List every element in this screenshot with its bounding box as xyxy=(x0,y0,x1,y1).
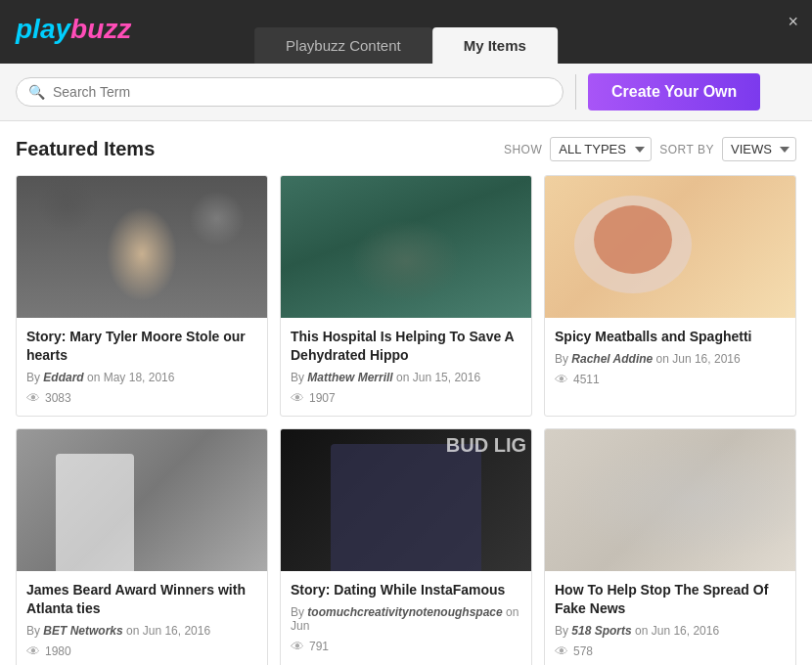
card-meta: By BET Networks on Jun 16, 2016 xyxy=(26,624,257,638)
card-stats: 👁 1907 xyxy=(291,390,521,406)
section-title: Featured Items xyxy=(16,138,504,160)
card-item[interactable]: BUD LIG Story: Dating While InstaFamous … xyxy=(280,428,532,665)
header: playbuzz Playbuzz Content My Items × xyxy=(0,0,812,64)
card-image xyxy=(545,176,795,318)
tab-my-items[interactable]: My Items xyxy=(432,27,558,64)
card-image: BUD LIG xyxy=(281,429,531,571)
cards-grid: Story: Mary Tyler Moore Stole our hearts… xyxy=(16,175,796,665)
card-item[interactable]: Story: Mary Tyler Moore Stole our hearts… xyxy=(16,175,268,417)
card-meta: By Rachel Addine on Jun 16, 2016 xyxy=(555,352,786,366)
sort-select[interactable]: VIEWS DATE TITLE xyxy=(722,137,796,161)
view-count: 1980 xyxy=(45,644,71,658)
card-body: Story: Mary Tyler Moore Stole our hearts… xyxy=(17,318,267,416)
views-icon: 👁 xyxy=(555,372,568,387)
view-count: 3083 xyxy=(45,391,71,405)
card-title: How To Help Stop The Spread Of Fake News xyxy=(555,581,786,618)
card-title: Story: Dating While InstaFamous xyxy=(291,581,521,599)
view-count: 578 xyxy=(573,644,593,658)
card-meta: By toomuchcreativitynotenoughspace on Ju… xyxy=(291,605,521,633)
card-meta: By Eddard on May 18, 2016 xyxy=(26,371,257,384)
create-your-own-button[interactable]: Create Your Own xyxy=(588,73,760,111)
logo-play: play xyxy=(16,13,70,43)
card-author: BET Networks xyxy=(43,624,122,638)
card-author: 518 Sports xyxy=(571,624,631,638)
views-icon: 👁 xyxy=(291,390,304,406)
card-image xyxy=(17,429,267,571)
view-count: 4511 xyxy=(573,373,600,386)
toolbar-divider xyxy=(575,74,576,110)
sort-label: SORT BY xyxy=(659,143,714,156)
card-body: This Hospital Is Helping To Save A Dehyd… xyxy=(281,318,531,416)
card-stats: 👁 791 xyxy=(291,639,521,654)
search-box[interactable]: 🔍 xyxy=(16,77,564,107)
card-stats: 👁 3083 xyxy=(26,390,257,406)
card-body: Story: Dating While InstaFamous By toomu… xyxy=(281,571,531,664)
view-count: 791 xyxy=(309,640,329,653)
logo: playbuzz xyxy=(16,13,131,44)
card-meta: By Matthew Merrill on Jun 15, 2016 xyxy=(291,371,521,384)
card-meta: By 518 Sports on Jun 16, 2016 xyxy=(555,624,786,638)
card-title: Story: Mary Tyler Moore Stole our hearts xyxy=(26,328,257,365)
views-icon: 👁 xyxy=(26,643,40,659)
card-stats: 👁 1980 xyxy=(26,643,257,659)
tab-playbuzz-content[interactable]: Playbuzz Content xyxy=(254,27,432,64)
filter-group: SHOW ALL TYPES Stories Quizzes Polls SOR… xyxy=(504,137,796,161)
show-select[interactable]: ALL TYPES Stories Quizzes Polls xyxy=(550,137,652,161)
card-author: Rachel Addine xyxy=(571,352,653,366)
card-stats: 👁 578 xyxy=(555,643,786,659)
card-body: How To Help Stop The Spread Of Fake News… xyxy=(545,571,795,665)
card-item[interactable]: How To Help Stop The Spread Of Fake News… xyxy=(544,428,796,665)
search-input[interactable] xyxy=(53,84,551,100)
card-image xyxy=(17,176,267,318)
section-header: Featured Items SHOW ALL TYPES Stories Qu… xyxy=(16,137,796,161)
tab-bar: Playbuzz Content My Items xyxy=(254,27,558,64)
card-stats: 👁 4511 xyxy=(555,372,786,387)
card-body: James Beard Award Winners with Atlanta t… xyxy=(17,571,267,665)
card-title: This Hospital Is Helping To Save A Dehyd… xyxy=(291,328,521,365)
toolbar: 🔍 Create Your Own xyxy=(0,64,812,121)
card-title: James Beard Award Winners with Atlanta t… xyxy=(26,581,257,618)
content-area: Featured Items SHOW ALL TYPES Stories Qu… xyxy=(0,121,812,665)
card-author: Eddard xyxy=(43,371,83,384)
views-icon: 👁 xyxy=(555,643,568,659)
card-author: Matthew Merrill xyxy=(307,371,392,384)
card-author: toomuchcreativitynotenoughspace xyxy=(307,605,502,619)
card-image xyxy=(281,176,531,318)
show-label: SHOW xyxy=(504,143,542,156)
card-image xyxy=(545,429,795,571)
card-item[interactable]: James Beard Award Winners with Atlanta t… xyxy=(16,428,268,665)
view-count: 1907 xyxy=(309,391,336,405)
logo-buzz: buzz xyxy=(70,13,131,43)
views-icon: 👁 xyxy=(291,639,304,654)
views-icon: 👁 xyxy=(26,390,40,406)
search-icon: 🔍 xyxy=(28,84,45,100)
card-item[interactable]: Spicy Meatballs and Spaghetti By Rachel … xyxy=(544,175,796,417)
card-body: Spicy Meatballs and Spaghetti By Rachel … xyxy=(545,318,795,397)
card-item[interactable]: This Hospital Is Helping To Save A Dehyd… xyxy=(280,175,532,417)
card-title: Spicy Meatballs and Spaghetti xyxy=(555,328,786,346)
close-button[interactable]: × xyxy=(788,12,798,32)
